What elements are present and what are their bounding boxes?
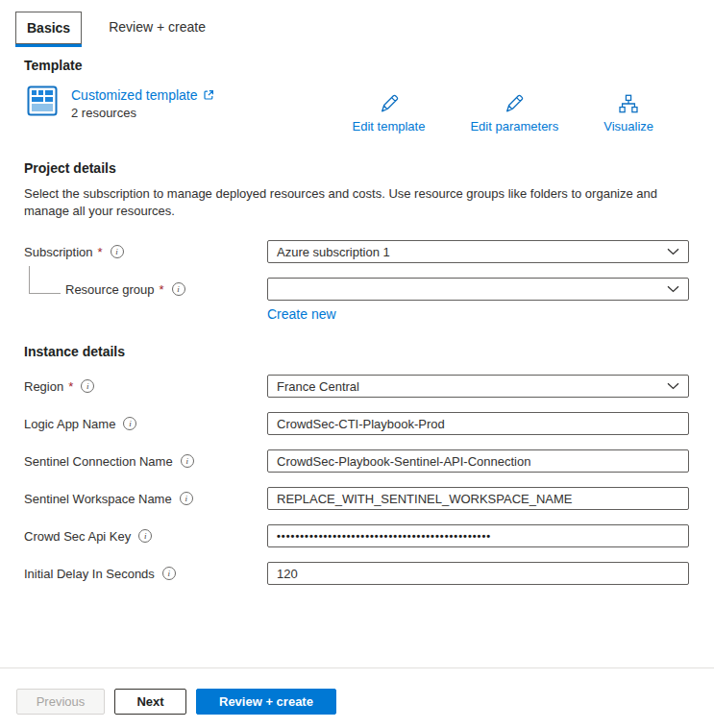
sentinel-workspace-name-label: Sentinel Workspace Name (24, 492, 172, 506)
chevron-down-icon (667, 248, 679, 255)
project-details-description: Select the subscription to manage deploy… (24, 185, 689, 220)
tab-review-create[interactable]: Review + create (98, 12, 216, 42)
chevron-down-icon (667, 382, 679, 390)
info-icon[interactable]: i (181, 454, 194, 468)
hierarchy-connector-line (29, 266, 61, 294)
edit-template-label: Edit template (353, 119, 426, 133)
edit-template-button[interactable]: Edit template (353, 93, 426, 133)
review-create-button[interactable]: Review + create (196, 689, 336, 715)
info-icon[interactable]: i (111, 245, 124, 258)
resource-group-select[interactable] (267, 278, 689, 301)
info-icon[interactable]: i (180, 492, 193, 505)
initial-delay-row: Initial Delay In Seconds i (24, 562, 689, 585)
subscription-select[interactable]: Azure subscription 1 (267, 240, 689, 263)
sentinel-connection-name-input[interactable] (267, 449, 689, 473)
template-actions: Edit template Edit parameters (353, 93, 653, 133)
required-asterisk: * (98, 245, 103, 259)
required-asterisk: * (160, 282, 164, 297)
project-details-heading: Project details (24, 160, 689, 176)
sentinel-connection-name-row: Sentinel Connection Name i (24, 449, 689, 473)
region-selected-value: France Central (277, 379, 667, 394)
logic-app-name-row: Logic App Name i (24, 412, 689, 435)
initial-delay-label: Initial Delay In Seconds (24, 567, 155, 581)
info-icon[interactable]: i (81, 379, 94, 393)
region-row: Region * i France Central (24, 375, 689, 398)
info-icon[interactable]: i (138, 529, 152, 543)
edit-parameters-label: Edit parameters (470, 119, 558, 133)
resource-group-label: Resource group (65, 282, 155, 297)
info-icon[interactable]: i (172, 282, 185, 296)
create-new-link[interactable]: Create new (267, 306, 336, 322)
sentinel-connection-name-label: Sentinel Connection Name (24, 454, 173, 469)
instance-details-heading: Instance details (24, 344, 689, 359)
subscription-selected-value: Azure subscription 1 (277, 245, 667, 259)
template-row: Customized template 2 resources (24, 85, 689, 133)
template-section-heading: Template (24, 58, 689, 73)
logic-app-name-label: Logic App Name (24, 417, 115, 431)
customized-template-link[interactable]: Customized template (71, 87, 198, 103)
resource-group-row: Resource group * i (24, 278, 689, 301)
info-icon[interactable]: i (162, 567, 176, 580)
sentinel-workspace-name-row: Sentinel Workspace Name i (24, 487, 689, 510)
previous-button[interactable]: Previous (16, 689, 105, 715)
crowdsec-api-key-input[interactable] (267, 524, 689, 547)
required-asterisk: * (68, 379, 73, 394)
initial-delay-input[interactable] (267, 562, 689, 585)
sentinel-workspace-name-input[interactable] (267, 487, 689, 510)
tab-basics[interactable]: Basics (15, 12, 82, 44)
template-resource-count: 2 resources (71, 106, 214, 120)
crowdsec-api-key-label: Crowd Sec Api Key (24, 529, 131, 544)
pencil-icon (504, 93, 525, 114)
external-link-icon (203, 89, 214, 101)
chevron-down-icon (667, 285, 679, 293)
visualize-icon (618, 93, 639, 114)
crowdsec-api-key-row: Crowd Sec Api Key i (24, 524, 689, 547)
visualize-label: Visualize (603, 119, 653, 133)
region-select[interactable]: France Central (267, 375, 689, 398)
edit-parameters-button[interactable]: Edit parameters (470, 93, 558, 133)
pencil-icon (379, 93, 400, 114)
next-button[interactable]: Next (114, 689, 186, 715)
template-icon (27, 85, 58, 116)
subscription-label: Subscription (24, 245, 93, 259)
logic-app-name-input[interactable] (267, 412, 689, 435)
region-label: Region (24, 379, 63, 394)
visualize-button[interactable]: Visualize (603, 93, 653, 133)
subscription-row: Subscription * i Azure subscription 1 (24, 240, 689, 263)
wizard-footer: Previous Next Review + create (0, 667, 714, 728)
info-icon[interactable]: i (123, 417, 136, 430)
tab-list: Basics Review + create (0, 0, 714, 44)
